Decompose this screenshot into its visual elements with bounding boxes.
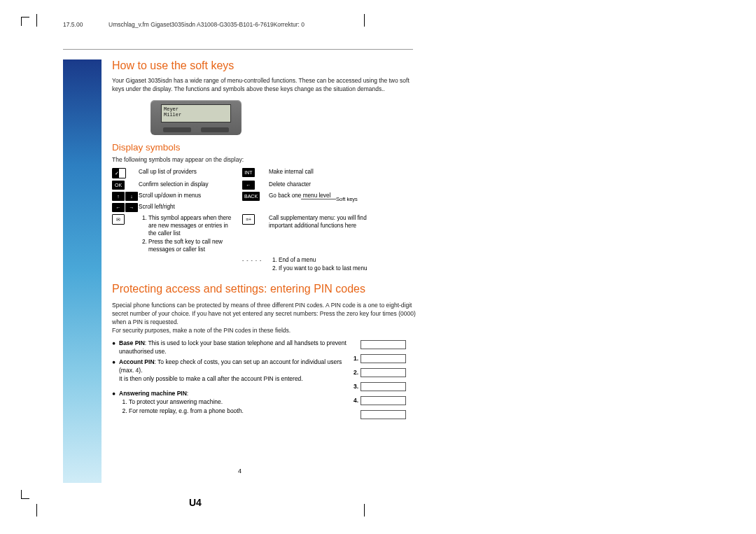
sym-int-icon: INT xyxy=(242,168,263,178)
sym-leftright-text: Scroll left/right xyxy=(139,203,237,212)
symbol-table: ✓✓ Call up list of providers INT Make in… xyxy=(112,168,420,273)
phone-illustration: Meyer Miller xyxy=(150,100,420,135)
pin-list: 1. 2. 3. 4. ● Base PIN: This is used to … xyxy=(112,339,420,416)
display-intro: The following symbols may appear on the … xyxy=(112,155,420,164)
sym-providers-text: Call up list of providers xyxy=(139,168,237,178)
screen-line1: Meyer xyxy=(164,106,228,112)
heading-pin: Protecting access and settings: entering… xyxy=(112,283,420,295)
dashes-li-2: If you want to go back to last menu xyxy=(279,265,381,272)
pin-field-acct1[interactable] xyxy=(360,354,406,363)
am-li-2: For remote replay, e.g. from a phone boo… xyxy=(129,407,357,415)
heading-softkeys: How to use the soft keys xyxy=(112,59,420,72)
page-content: How to use the soft keys Your Gigaset 30… xyxy=(112,59,420,418)
sym-providers-icon: ✓✓ xyxy=(112,168,133,178)
sym-back-text: Go back one menu level xyxy=(269,192,381,201)
sym-updown-icon: ↑↓ xyxy=(112,192,133,201)
sym-leftright-icon: ←→ xyxy=(112,203,133,212)
sym-int-text: Make internal call xyxy=(269,168,381,178)
header-rule xyxy=(63,49,413,50)
sym-back-icon: BACK xyxy=(242,192,263,201)
pin-section: Special phone functions can be protected… xyxy=(112,301,420,416)
softkeys-intro: Your Gigaset 3035isdn has a wide range o… xyxy=(112,76,420,93)
crop-bl2 xyxy=(36,504,37,517)
sym-updown-text: Scroll up/down in menus xyxy=(139,192,237,201)
softkey-right xyxy=(201,127,229,132)
crop-bc xyxy=(364,504,365,517)
sym-dashes-text: End of a menu If you want to go back to … xyxy=(269,256,381,273)
pin-field-acct3[interactable] xyxy=(360,382,406,391)
pin-field-base[interactable] xyxy=(360,340,406,349)
crop-tl2 xyxy=(36,14,37,27)
header-docinfo: Umschlag_v.fm Gigaset3035isdn A31008-G30… xyxy=(108,21,304,28)
sym-mail-icon: ✉ xyxy=(112,214,133,254)
sym-ok-text: Confirm selection in display xyxy=(139,181,237,190)
pin-p2: For security purposes, make a note of th… xyxy=(112,326,420,335)
softkey-caption: Soft keys xyxy=(336,196,358,202)
softkey-left xyxy=(163,127,191,132)
am-li-1: To protect your answering machine. xyxy=(129,398,357,406)
header-date: 17.5.00 xyxy=(63,21,83,28)
sym-menuplus-text: Call supplementary menu: you will find i… xyxy=(269,214,381,254)
sym-menuplus-icon: ≡+ xyxy=(242,214,263,254)
dashes-li-1: End of a menu xyxy=(279,256,381,264)
mail-li-2: Press the soft key to call new messages … xyxy=(148,238,237,253)
page-label: U4 xyxy=(189,497,202,508)
crop-tc xyxy=(364,14,365,27)
mail-li-1: This symbol appears when there are new m… xyxy=(148,214,237,237)
sym-ok-icon: OK xyxy=(112,181,133,190)
pin-p1: Special phone functions can be protected… xyxy=(112,301,420,326)
page-number: 4 xyxy=(238,468,241,475)
pin-code-fields: 1. 2. 3. 4. xyxy=(350,339,406,423)
pin-field-acct2[interactable] xyxy=(360,368,406,377)
sym-mail-text: This symbol appears when there are new m… xyxy=(139,214,237,254)
screen-line2: Miller xyxy=(164,112,228,118)
heading-display-symbols: Display symbols xyxy=(112,142,420,153)
sym-del-icon: ← xyxy=(242,181,263,190)
crop-tl xyxy=(21,17,29,26)
pin-field-acct4[interactable] xyxy=(360,396,406,405)
crop-bl xyxy=(21,490,29,499)
sym-dashes-icon: - - - - - xyxy=(242,256,263,273)
pin-field-am[interactable] xyxy=(360,410,406,419)
sym-del-text: Delete character xyxy=(269,181,381,190)
side-gradient xyxy=(63,59,102,483)
phone-screen: Meyer Miller xyxy=(161,104,231,122)
